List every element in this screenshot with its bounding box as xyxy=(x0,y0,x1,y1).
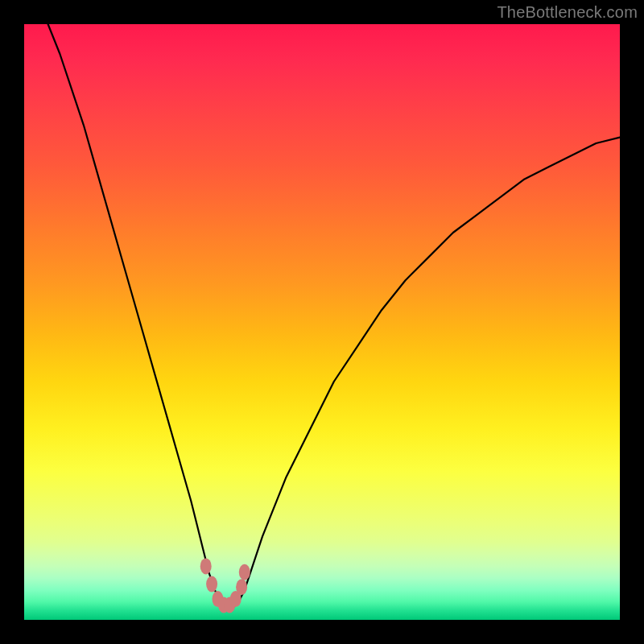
curve-marker xyxy=(200,558,212,574)
chart-frame: TheBottleneck.com xyxy=(0,0,644,644)
curve-marker xyxy=(206,576,217,592)
curve-markers xyxy=(200,558,250,613)
bottleneck-curve xyxy=(48,24,620,608)
plot-area xyxy=(24,24,620,620)
watermark-text: TheBottleneck.com xyxy=(497,3,638,22)
curve-marker xyxy=(239,564,250,580)
curve-marker xyxy=(236,579,247,595)
curve-layer xyxy=(24,24,620,620)
